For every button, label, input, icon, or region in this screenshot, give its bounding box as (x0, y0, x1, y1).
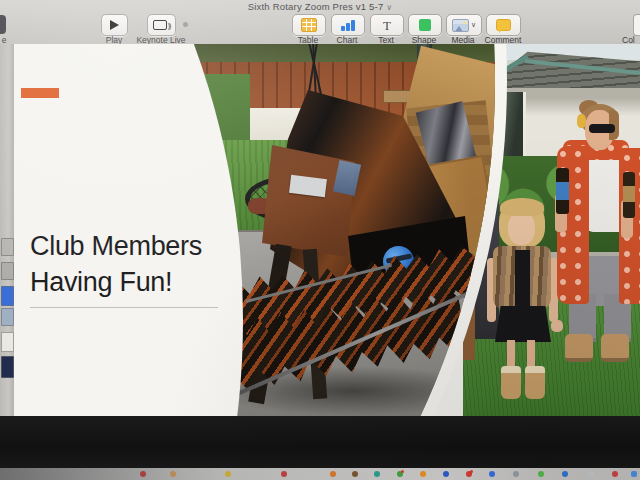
slide-navigator[interactable] (0, 44, 15, 416)
title-chevron-icon: ∨ (386, 3, 392, 12)
text-button[interactable]: T (370, 14, 404, 36)
comment-button[interactable] (486, 14, 521, 36)
woman-boot (565, 334, 593, 362)
macos-dock-sliver[interactable] (0, 468, 640, 480)
media-chevron-icon: ∨ (471, 21, 476, 29)
keynote-live-button[interactable]: )) (147, 14, 176, 36)
slide-title-line1: Club Members (30, 228, 245, 264)
dock-app-icon[interactable] (420, 471, 426, 477)
play-button[interactable] (101, 14, 128, 36)
dock-app-icon[interactable] (466, 471, 472, 477)
keynote-canvas-area: Club Members Having Fun! (0, 44, 640, 416)
girl-boot (501, 366, 521, 399)
dock-app-icon[interactable] (281, 471, 287, 477)
view-button-partial[interactable] (0, 15, 6, 34)
dock-app-icon[interactable] (374, 471, 380, 477)
dock-app-icon[interactable] (352, 471, 358, 477)
notification-badge (401, 470, 404, 473)
dock-app-icon[interactable] (631, 471, 637, 477)
slide-thumbnail[interactable] (1, 286, 14, 306)
girl-skirt (495, 306, 551, 342)
document-title-text: Sixth Rotary Zoom Pres v1 5-7 (248, 1, 384, 12)
woman-boot (601, 334, 629, 362)
dock-app-icon[interactable] (538, 471, 544, 477)
screen-bezel (0, 416, 640, 468)
dock-app-icon[interactable] (397, 471, 403, 477)
dock-app-icon[interactable] (489, 471, 495, 477)
collaborate-button-partial[interactable] (633, 14, 640, 36)
woman-hair-clip (577, 114, 586, 128)
dock-app-icon[interactable] (140, 471, 146, 477)
table-button[interactable] (292, 14, 326, 36)
chart-button[interactable] (331, 14, 365, 36)
keynote-live-status-dot (183, 22, 188, 27)
girl-black-top (515, 250, 530, 310)
dock-app-icon[interactable] (170, 471, 176, 477)
slide-thumbnail[interactable] (1, 308, 14, 326)
notification-badge (470, 470, 473, 473)
dock-app-icon[interactable] (225, 471, 231, 477)
media-button[interactable]: ∨ (446, 14, 482, 36)
shape-icon (419, 19, 431, 31)
slide-thumbnail[interactable] (1, 332, 14, 352)
slide-canvas[interactable]: Club Members Having Fun! (14, 44, 640, 416)
girl-boot (525, 366, 545, 399)
slide-thumbnail[interactable] (1, 356, 14, 378)
table-icon (301, 18, 317, 32)
dock-app-icon[interactable] (588, 471, 594, 477)
shape-button[interactable] (408, 14, 442, 36)
chart-icon (341, 19, 355, 31)
bottle-label (623, 186, 635, 202)
dock-app-icon[interactable] (612, 471, 618, 477)
slide-thumbnail[interactable] (1, 262, 14, 280)
keynote-toolbar: Sixth Rotary Zoom Pres v1 5-7 ∨ e Play )… (0, 0, 640, 45)
slide-thumbnail[interactable] (1, 238, 14, 256)
media-icon (452, 19, 469, 32)
slide-title-line2: Having Fun! (30, 264, 245, 300)
dock-app-icon[interactable] (513, 471, 519, 477)
bottle-label (556, 182, 569, 200)
girl-hair-fringe (500, 198, 544, 216)
woman-sunglasses (589, 124, 615, 133)
text-icon: T (383, 19, 391, 32)
accent-bar[interactable] (21, 88, 59, 98)
slide-title[interactable]: Club Members Having Fun! (30, 228, 245, 300)
comment-icon (496, 19, 511, 31)
girl-face (508, 212, 535, 245)
keynote-live-icon (153, 20, 167, 30)
play-icon (110, 20, 119, 30)
dock-app-icon[interactable] (443, 471, 449, 477)
dock-app-icon[interactable] (562, 471, 568, 477)
document-title[interactable]: Sixth Rotary Zoom Pres v1 5-7 ∨ (0, 1, 640, 12)
dock-app-icon[interactable] (330, 471, 336, 477)
keynote-live-waves: )) (168, 22, 171, 29)
title-underline (30, 307, 218, 308)
girl-hand (551, 320, 563, 332)
